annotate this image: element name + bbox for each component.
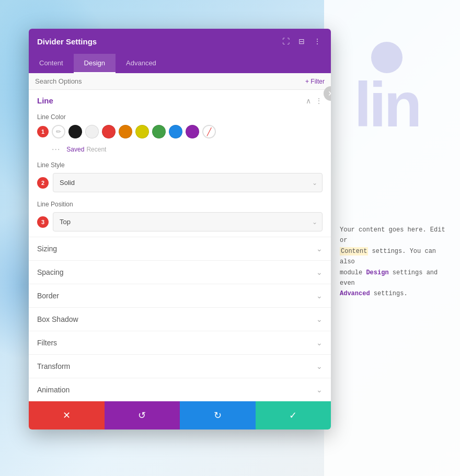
line-style-label: Line Style [37, 161, 323, 169]
line-section-header: Line ∧ ⋮ [29, 90, 331, 109]
sizing-section[interactable]: Sizing ⌄ [29, 237, 331, 260]
cancel-button[interactable]: ✕ [29, 401, 105, 429]
modal-footer: ✕ ↺ ↻ ✓ [29, 401, 331, 429]
modal-title: Divider Settings [37, 37, 97, 46]
spacing-label: Spacing [37, 268, 64, 276]
color-purple[interactable] [186, 125, 199, 138]
transform-chevron: ⌄ [316, 362, 323, 370]
color-white[interactable] [85, 125, 99, 138]
sizing-chevron: ⌄ [316, 245, 323, 253]
strikethrough-swatch[interactable]: ╱ [202, 125, 216, 138]
more-icon[interactable]: ⋮ [312, 36, 323, 47]
line-color-field: Line Color 1 ✏ ╱ [29, 109, 331, 143]
right-text-4: Advanced settings. [340, 290, 408, 297]
tab-design[interactable]: Design [74, 54, 116, 73]
line-position-select[interactable]: Top Center Bottom [53, 212, 323, 231]
line-position-label: Line Position [37, 201, 323, 208]
tab-advanced[interactable]: Advanced [116, 54, 167, 73]
sizing-label: Sizing [37, 245, 57, 253]
redo-icon: ↻ [214, 410, 222, 421]
line-style-wrapper: Solid Dashed Dotted Double ⌄ [53, 173, 323, 192]
filters-section[interactable]: Filters ⌄ [29, 331, 331, 354]
save-icon: ✓ [289, 410, 297, 421]
line-style-select-row: 2 Solid Dashed Dotted Double ⌄ [37, 173, 323, 192]
step-2-badge: 2 [37, 177, 49, 189]
animation-label: Animation [37, 386, 70, 394]
split-icon[interactable]: ⊟ [296, 36, 307, 47]
step-1-badge: 1 [37, 126, 49, 137]
eyedropper-swatch[interactable]: ✏ [52, 125, 65, 138]
undo-button[interactable]: ↺ [105, 401, 180, 429]
line-position-group: Line Position 3 Top Center Bottom ⌄ [29, 198, 331, 237]
line-position-wrapper: Top Center Bottom ⌄ [53, 212, 323, 231]
header-actions: ⛶ ⊟ ⋮ [281, 36, 323, 47]
right-text-2: Content settings. You can also [340, 247, 436, 265]
right-text-3: module Design settings and even [340, 269, 438, 287]
collapse-icon[interactable]: ∧ [306, 97, 311, 105]
modal-body: Line ∧ ⋮ Line Color 1 ✏ ╱ [29, 90, 331, 401]
box-shadow-section[interactable]: Box Shadow ⌄ [29, 307, 331, 331]
color-black[interactable] [68, 125, 82, 138]
border-section[interactable]: Border ⌄ [29, 284, 331, 307]
transform-label: Transform [37, 362, 70, 370]
color-green[interactable] [152, 125, 166, 138]
color-row: 1 ✏ ╱ [37, 125, 323, 138]
filters-chevron: ⌄ [316, 339, 323, 347]
color-blue[interactable] [169, 125, 182, 138]
spacing-section[interactable]: Spacing ⌄ [29, 260, 331, 284]
search-input[interactable] [35, 77, 305, 85]
dots-button[interactable]: ··· [52, 145, 60, 154]
undo-icon: ↺ [138, 410, 146, 421]
animation-chevron: ⌄ [316, 386, 323, 394]
modal-header: Divider Settings ⛶ ⊟ ⋮ [29, 29, 331, 54]
modal: Divider Settings ⛶ ⊟ ⋮ Content Design Ad… [29, 29, 331, 429]
border-label: Border [37, 292, 59, 300]
saved-recent-row: ··· Saved Recent [29, 143, 331, 158]
right-text-1: Your content goes here. Edit or [340, 226, 445, 244]
animation-section[interactable]: Animation ⌄ [29, 378, 331, 401]
line-section-title: Line [37, 96, 53, 105]
box-shadow-label: Box Shadow [37, 315, 78, 323]
circle-decoration [371, 42, 402, 73]
step-3-badge: 3 [37, 216, 49, 228]
color-yellow[interactable] [135, 125, 149, 138]
search-bar: + Filter [29, 73, 331, 90]
filters-label: Filters [37, 339, 57, 347]
cancel-icon: ✕ [63, 410, 71, 421]
right-panel: lin Your content goes here. Edit or Cont… [324, 0, 460, 476]
lin-graphic: lin [354, 73, 420, 136]
right-body-text: Your content goes here. Edit or Content … [340, 225, 455, 299]
fullscreen-icon[interactable]: ⛶ [281, 36, 291, 47]
color-red[interactable] [102, 125, 116, 138]
redo-button[interactable]: ↻ [180, 401, 256, 429]
transform-section[interactable]: Transform ⌄ [29, 354, 331, 378]
right-graphic: lin [329, 26, 444, 183]
box-shadow-chevron: ⌄ [316, 315, 323, 323]
filter-button[interactable]: + Filter [305, 78, 325, 85]
recent-label[interactable]: Recent [86, 146, 106, 153]
line-color-label: Line Color [37, 113, 323, 121]
section-more-icon[interactable]: ⋮ [315, 97, 323, 105]
line-style-group: Line Style 2 Solid Dashed Dotted Double … [29, 158, 331, 198]
section-actions: ∧ ⋮ [306, 97, 323, 105]
line-style-select[interactable]: Solid Dashed Dotted Double [53, 173, 323, 192]
spacing-chevron: ⌄ [316, 268, 323, 276]
tab-content[interactable]: Content [29, 54, 74, 73]
saved-label[interactable]: Saved [66, 146, 84, 153]
modal-tabs: Content Design Advanced [29, 54, 331, 73]
border-chevron: ⌄ [316, 292, 323, 300]
line-position-select-row: 3 Top Center Bottom ⌄ [37, 212, 323, 231]
save-button[interactable]: ✓ [256, 401, 331, 429]
color-orange[interactable] [119, 125, 132, 138]
